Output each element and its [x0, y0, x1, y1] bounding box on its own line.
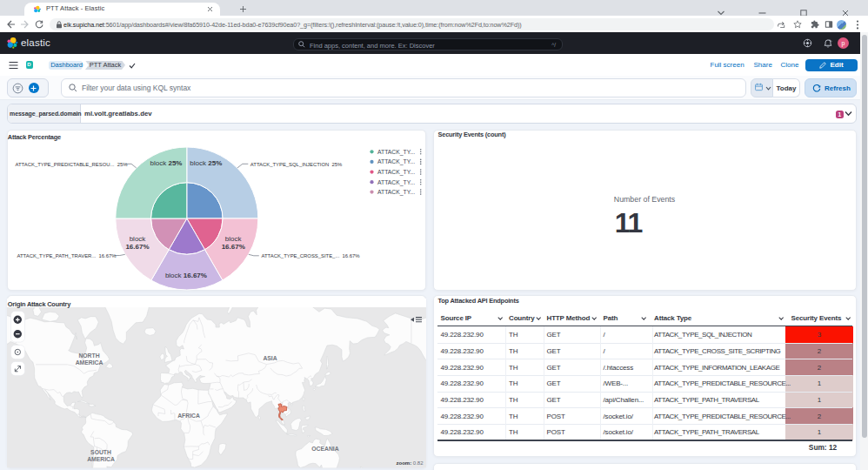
svg-text:AFRICA: AFRICA: [177, 413, 200, 419]
svg-text:block: block: [129, 235, 146, 243]
svg-text:block 25%: block 25%: [190, 159, 222, 167]
svg-text:16.67%: 16.67%: [125, 243, 149, 251]
svg-text:ASIA: ASIA: [263, 355, 277, 361]
svg-text:AMERICA: AMERICA: [75, 359, 103, 366]
svg-text:block 25%: block 25%: [150, 159, 182, 167]
svg-text:block: block: [224, 235, 242, 243]
svg-text:ATTACK_TYPE_PATH_TRAVER... 16: ATTACK_TYPE_PATH_TRAVER... 16.67%: [17, 253, 117, 258]
svg-text:ATTACK_TY...: ATTACK_TY...: [377, 149, 415, 156]
svg-text:ATTACK_TYPE_CROSS_SITE_... 16: ATTACK_TYPE_CROSS_SITE_... 16.67%: [261, 253, 360, 258]
svg-text:ATTACK_TY...: ATTACK_TY...: [377, 189, 415, 196]
svg-text:AMERICA: AMERICA: [87, 456, 115, 462]
svg-text:NORTH: NORTH: [78, 352, 99, 359]
svg-text:ATTACK_TYPE_PREDICTABLE_RESOU.: ATTACK_TYPE_PREDICTABLE_RESOU... 25%: [15, 162, 128, 167]
svg-text:16.67%: 16.67%: [221, 243, 244, 251]
svg-text:OCEANIA: OCEANIA: [311, 446, 338, 452]
svg-text:ATTACK_TYPE_SQL_INJECTION 25%: ATTACK_TYPE_SQL_INJECTION 25%: [250, 162, 342, 167]
svg-text:block 16.67%: block 16.67%: [164, 272, 206, 279]
svg-text:SOUTH: SOUTH: [90, 449, 111, 455]
svg-text:ATTACK_TY...: ATTACK_TY...: [377, 169, 415, 176]
svg-text:ATTACK_TY...: ATTACK_TY...: [377, 158, 415, 165]
svg-text:zoom: 0.82: zoom: 0.82: [396, 460, 424, 466]
svg-text:ATTACK_TY...: ATTACK_TY...: [377, 179, 415, 186]
